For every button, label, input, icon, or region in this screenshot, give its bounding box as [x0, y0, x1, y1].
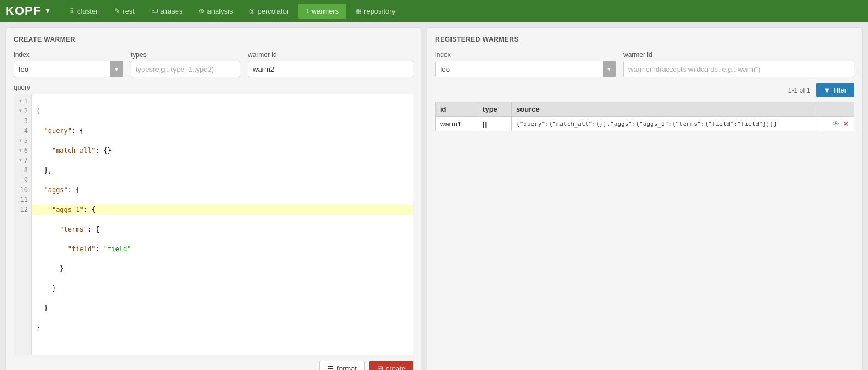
- nav-item-warmers-label: warmers: [311, 7, 339, 15]
- create-warmer-panel: CREATE WARMER index foo ▼ types warmer i…: [5, 27, 421, 370]
- create-btn-row: ☰ format ⊞ create: [14, 361, 413, 370]
- pagination-text: 1-1 of 1: [788, 86, 811, 94]
- nav-item-repository-label: repository: [364, 7, 395, 15]
- col-actions: [817, 102, 854, 117]
- nav-item-rest[interactable]: ✎ rest: [107, 4, 142, 19]
- nav-item-repository[interactable]: ▦ repository: [348, 4, 403, 19]
- create-types-group: types: [131, 51, 240, 77]
- cluster-icon: ⠿: [70, 7, 74, 15]
- create-warmer-title: CREATE WARMER: [14, 36, 413, 43]
- code-line-2: "query": {: [36, 126, 408, 136]
- code-editor[interactable]: ▼1 ▼2 3 4 ▼5 ▼6 ▼7 8 9 10 11 12 { "query…: [14, 94, 413, 355]
- row-type: []: [478, 117, 512, 131]
- warmers-icon: ↑: [305, 7, 309, 15]
- filter-button[interactable]: ▼ filter: [816, 83, 854, 97]
- code-content[interactable]: { "query": { "match_all": {} }, "aggs": …: [32, 94, 413, 355]
- nav-item-cluster[interactable]: ⠿ cluster: [62, 4, 106, 19]
- nav-item-aliases[interactable]: 🏷 aliases: [143, 4, 190, 19]
- code-line-5: "aggs": {: [36, 185, 408, 195]
- code-line-1: {: [36, 106, 408, 116]
- format-button[interactable]: ☰ format: [319, 361, 365, 370]
- col-type: type: [478, 102, 512, 117]
- row-source: {"query":{"match_all":{}},"aggs":{"aggs_…: [512, 117, 817, 131]
- row-actions: 👁 ✕: [817, 117, 854, 131]
- filter-label: filter: [833, 86, 847, 94]
- fold-6: ▼: [19, 146, 22, 155]
- col-id: id: [436, 102, 478, 117]
- line-num-4: 4: [18, 126, 28, 136]
- registered-warmerid-input[interactable]: [623, 61, 854, 77]
- warmers-table: id type source warm1 [] {"query":{"match…: [435, 102, 854, 131]
- analysis-icon: ⊕: [199, 7, 204, 15]
- code-line-12: }: [36, 323, 408, 333]
- warmers-table-head: id type source: [436, 102, 854, 117]
- code-line-3: "match_all": {}: [36, 146, 408, 155]
- create-index-label: index: [14, 51, 123, 59]
- row-id: warm1: [436, 117, 478, 131]
- line-num-2: ▼2: [18, 106, 28, 116]
- line-num-12: 12: [18, 205, 28, 215]
- nav-item-analysis[interactable]: ⊕ analysis: [191, 4, 240, 19]
- line-num-3: 3: [18, 116, 28, 126]
- fold-1: ▼: [19, 96, 22, 106]
- repository-icon: ▦: [355, 7, 361, 15]
- warmers-table-header-row: id type source: [436, 102, 854, 117]
- table-row: warm1 [] {"query":{"match_all":{}},"aggs…: [436, 117, 854, 131]
- nav-item-aliases-label: aliases: [160, 7, 182, 15]
- code-line-6: "aggs_1": {: [32, 205, 413, 215]
- nav-item-analysis-label: analysis: [207, 7, 233, 15]
- nav-item-rest-label: rest: [123, 7, 135, 15]
- code-line-10: }: [36, 284, 408, 293]
- filter-row: 1-1 of 1 ▼ filter: [435, 83, 854, 97]
- rest-icon: ✎: [114, 7, 120, 15]
- registered-index-group: index foo ▼: [435, 51, 616, 77]
- fold-7: ▼: [19, 155, 22, 165]
- query-label: query: [14, 84, 413, 91]
- line-num-8: 8: [18, 165, 28, 175]
- create-warmer-form-row: index foo ▼ types warmer id: [14, 51, 413, 77]
- code-line-11: }: [36, 303, 408, 313]
- create-types-input[interactable]: [131, 61, 240, 77]
- registered-warmers-title: REGISTERED WARMERS: [435, 36, 854, 43]
- code-line-7: "terms": {: [36, 224, 408, 234]
- registered-warmerid-label: warmer id: [623, 51, 854, 59]
- line-num-6: ▼6: [18, 146, 28, 155]
- code-line-9: }: [36, 264, 408, 274]
- navbar: KOPF ▼ ⠿ cluster ✎ rest 🏷 aliases ⊕ anal…: [0, 0, 868, 22]
- line-num-9: 9: [18, 175, 28, 185]
- nav-item-percolator[interactable]: ◎ percolator: [241, 4, 297, 19]
- registered-index-select-wrapper: foo ▼: [435, 61, 616, 77]
- registered-form-row: index foo ▼ warmer id: [435, 51, 854, 77]
- create-label: create: [386, 365, 406, 370]
- line-num-5: ▼5: [18, 136, 28, 146]
- create-index-select[interactable]: foo: [14, 61, 123, 77]
- aliases-icon: 🏷: [151, 7, 158, 15]
- create-index-group: index foo ▼: [14, 51, 123, 77]
- filter-icon: ▼: [824, 86, 831, 94]
- warmers-table-body: warm1 [] {"query":{"match_all":{}},"aggs…: [436, 117, 854, 131]
- view-icon[interactable]: 👁: [832, 119, 840, 128]
- main-layout: CREATE WARMER index foo ▼ types warmer i…: [0, 22, 868, 370]
- nav-item-percolator-label: percolator: [257, 7, 289, 15]
- brand: KOPF: [5, 4, 41, 18]
- create-warmerid-group: warmer id: [248, 51, 413, 77]
- fold-2: ▼: [19, 106, 22, 116]
- brand-dropdown-icon[interactable]: ▼: [44, 7, 51, 15]
- nav-item-warmers[interactable]: ↑ warmers: [298, 4, 346, 19]
- code-line-4: },: [36, 165, 408, 175]
- nav-item-cluster-label: cluster: [77, 7, 98, 15]
- col-source: source: [512, 102, 817, 117]
- create-types-label: types: [131, 51, 240, 59]
- create-icon: ⊞: [377, 365, 383, 370]
- line-num-7: ▼7: [18, 155, 28, 165]
- registered-index-select[interactable]: foo: [435, 61, 616, 77]
- create-warmerid-input[interactable]: [248, 61, 413, 77]
- code-line-8: "field": "field": [36, 244, 408, 254]
- format-icon: ☰: [327, 365, 334, 370]
- registered-index-label: index: [435, 51, 616, 59]
- action-icons: 👁 ✕: [821, 119, 849, 128]
- create-index-select-wrapper: foo ▼: [14, 61, 123, 77]
- delete-icon[interactable]: ✕: [843, 119, 849, 128]
- create-button[interactable]: ⊞ create: [369, 361, 413, 370]
- create-warmerid-label: warmer id: [248, 51, 413, 59]
